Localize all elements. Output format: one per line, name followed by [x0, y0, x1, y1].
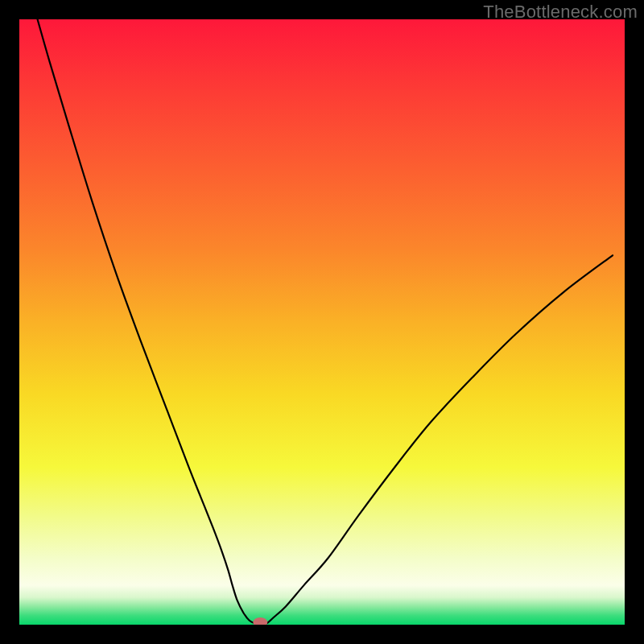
chart-svg [19, 19, 625, 625]
chart-plot-area [19, 19, 625, 625]
chart-frame: { "watermark": "TheBottleneck.com", "cha… [0, 0, 644, 644]
gradient-background [19, 19, 625, 625]
